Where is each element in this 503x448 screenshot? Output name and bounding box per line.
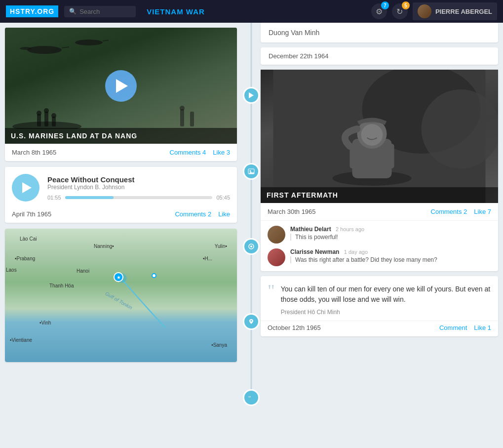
audio-progress-wrap: 01:55 05:45 [47, 195, 230, 201]
audio-progress-fill [65, 196, 114, 199]
map-card: Lào Cai Nanning• Yulin• Hanoi •Prabang L… [5, 229, 237, 362]
audio-play-icon [22, 182, 32, 193]
refresh-icon: ↻ [396, 7, 403, 16]
video-card-footer: March 8th 1965 Comments 4 Like 3 [5, 144, 237, 161]
right-column: Duong Van Minh December 22th 1964 [261, 23, 503, 406]
page-title: VIETNAM WAR [147, 7, 365, 16]
quote-comment-link[interactable]: Comment [439, 324, 467, 331]
image-label: FIRST AFTERMATH [261, 187, 498, 203]
comment-header-2: Clarisse Newman 1 day ago [290, 248, 491, 255]
svg-point-32 [361, 124, 383, 146]
quote-body: You can kill ten of our men for every on… [281, 284, 491, 316]
video-actions: Comments 4 Like 3 [170, 149, 230, 156]
audio-title: Peace Without Conquest [47, 175, 230, 184]
map-label-thanhhoa: Thanh Hóa [49, 283, 74, 288]
avatar [418, 4, 431, 18]
video-date: March 8th 1965 [12, 149, 56, 156]
bell-icon: ⚙ [376, 7, 383, 16]
left-column: U.S. MARINES LAND AT DA NANG March 8th 1… [0, 23, 242, 406]
audio-progress-bar[interactable] [65, 196, 213, 199]
timeline-icon-video[interactable] [243, 87, 260, 104]
comment-time-1: 2 hours ago [336, 226, 364, 232]
audio-card: Peace Without Conquest President Lyndon … [5, 167, 237, 223]
audio-author: President Lyndon B. Johnson [47, 184, 230, 191]
image-like-link[interactable]: Like 7 [474, 208, 491, 215]
map-label-prabang: •Prabang [15, 256, 35, 261]
comment-text-2: Was this right after a battle? Did they … [290, 256, 491, 263]
play-audio-button[interactable] [12, 174, 39, 202]
image-card: FIRST AFTERMATH March 30th 1965 Comments… [261, 70, 498, 271]
audio-like-link[interactable]: Like [218, 210, 230, 218]
audio-info: Peace Without Conquest President Lyndon … [47, 175, 230, 201]
map-image: Lào Cai Nanning• Yulin• Hanoi •Prabang L… [5, 229, 237, 362]
comment-body-1: Mathieu Delart 2 hours ago This is power… [290, 226, 491, 241]
svg-point-26 [422, 89, 499, 168]
quote-content-wrap: " You can kill ten of our men for every … [261, 276, 498, 321]
quote-like-link[interactable]: Like 1 [474, 324, 491, 331]
notifications-button-2[interactable]: ↻ 5 [392, 3, 408, 19]
header: HSTRY.ORG 🔍 VIETNAM WAR ⚙ 7 ↻ 5 PIERRE A… [0, 0, 503, 23]
search-box[interactable]: 🔍 [64, 6, 136, 17]
comment-body-2: Clarisse Newman 1 day ago Was this right… [290, 248, 491, 263]
timeline-icon-image[interactable] [243, 163, 260, 180]
top-name-card: Duong Van Minh [261, 23, 498, 42]
comment-text-1: This is powerful! [290, 234, 491, 241]
map-label-yulin: Yulin• [215, 244, 227, 249]
map-label-nanning: Nanning• [94, 244, 114, 249]
comment-author-1: Mathieu Delart [290, 226, 331, 233]
notif-badge-1: 7 [381, 1, 389, 9]
comment-item-2: Clarisse Newman 1 day ago Was this right… [268, 248, 491, 266]
timeline-icon-map[interactable] [243, 313, 260, 330]
map-label-h: •H... [203, 256, 212, 261]
notifications-button-1[interactable]: ⚙ 7 [371, 3, 387, 19]
search-icon: 🔍 [69, 8, 77, 15]
audio-comments-link[interactable]: Comments 2 [175, 210, 211, 218]
comment-avatar-clarisse [268, 248, 285, 266]
search-input[interactable] [79, 8, 131, 15]
map-label-vinh: •Vinh [39, 320, 51, 326]
map-dot-2 [152, 273, 156, 278]
quote-date: October 12th 1965 [268, 324, 321, 331]
audio-content: Peace Without Conquest President Lyndon … [5, 167, 237, 205]
quote-actions: Comment Like 1 [439, 324, 491, 331]
map-label-laos: Laos [6, 267, 17, 273]
audio-total-time: 05:45 [216, 195, 230, 201]
comment-item-1: Mathieu Delart 2 hours ago This is power… [268, 226, 491, 244]
video-like-link[interactable]: Like 3 [213, 149, 230, 156]
comment-avatar-mathieu [268, 226, 285, 244]
image-actions: Comments 2 Like 7 [431, 208, 491, 215]
map-label-sanya: •Sanya [211, 342, 227, 348]
header-right: ⚙ 7 ↻ 5 PIERRE ABERGEL [371, 2, 497, 20]
audio-current-time: 01:55 [47, 195, 61, 201]
map-arc-svg [5, 229, 237, 362]
map-label-vientiane: •Vientiane [10, 337, 32, 343]
comment-header-1: Mathieu Delart 2 hours ago [290, 226, 491, 233]
audio-date: April 7th 1965 [12, 210, 51, 218]
soldier-image: FIRST AFTERMATH [261, 70, 498, 203]
svg-marker-19 [249, 171, 254, 174]
main-layout: U.S. MARINES LAND AT DA NANG March 8th 1… [0, 23, 503, 406]
logo[interactable]: HSTRY.ORG [6, 5, 58, 17]
notif-badge-2: 5 [402, 1, 410, 9]
comment-author-2: Clarisse Newman [290, 248, 339, 255]
quote-text: You can kill ten of our men for every on… [281, 284, 491, 305]
top-person-name: Duong Van Minh [269, 29, 490, 37]
play-icon [116, 79, 128, 93]
timeline-icon-quote[interactable]: " [243, 389, 260, 406]
image-comments-link[interactable]: Comments 2 [431, 208, 467, 215]
user-menu[interactable]: PIERRE ABERGEL [413, 2, 497, 20]
map-label-hanoi: Hanoi [77, 268, 89, 274]
play-video-button[interactable] [105, 70, 137, 102]
quote-mark-icon: " [268, 282, 275, 316]
quote-author: President Hô Chi Minh [281, 309, 491, 316]
svg-point-21 [250, 245, 252, 247]
audio-actions: Comments 2 Like [175, 210, 230, 218]
map-label-gulf: Gulf of Tonkin [104, 290, 133, 310]
quote-footer: October 12th 1965 Comment Like 1 [261, 321, 498, 336]
soldier-svg [261, 70, 498, 203]
timeline-icon-audio[interactable] [243, 238, 260, 255]
video-comments-link[interactable]: Comments 4 [170, 149, 206, 156]
comment-time-2: 1 day ago [344, 249, 368, 255]
comments-section: Mathieu Delart 2 hours ago This is power… [261, 220, 498, 271]
quote-card: " You can kill ten of our men for every … [261, 276, 498, 336]
